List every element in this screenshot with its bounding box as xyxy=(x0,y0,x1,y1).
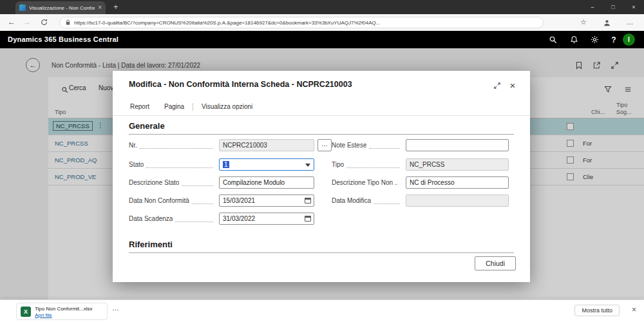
section-rule xyxy=(129,134,514,135)
new-tab-button[interactable]: + xyxy=(113,0,118,14)
window-maximize-button[interactable]: □ xyxy=(603,0,623,14)
search-icon[interactable] xyxy=(545,31,560,48)
download-bar: X Tipo Non Conformit...xlsx Apri file … … xyxy=(0,299,644,322)
resize-dialog-icon[interactable] xyxy=(491,80,503,91)
label-note-estese: Note Estese xyxy=(332,139,402,151)
menu-pagina[interactable]: Pagina xyxy=(164,103,184,110)
input-data-modifica[interactable] xyxy=(406,194,509,207)
label-data-non-conformita: Data Non Conformità xyxy=(129,194,216,207)
section-rule xyxy=(129,252,514,253)
label-data-scadenza: Data Scadenza xyxy=(129,213,216,225)
open-file-link[interactable]: Apri file xyxy=(35,312,52,318)
calendar-icon[interactable] xyxy=(305,198,311,204)
label-data-modifica: Data Modifica xyxy=(332,194,402,207)
label-stato: Stato xyxy=(129,158,216,171)
download-file-name: Tipo Non Conformit...xlsx xyxy=(35,306,93,312)
dropdown-chevron-icon[interactable] xyxy=(305,164,310,167)
input-data-non-conformita[interactable]: 15/03/2021 xyxy=(219,194,314,207)
site-favicon-icon xyxy=(19,5,26,11)
label-nr: Nr. xyxy=(129,139,216,151)
lock-icon xyxy=(65,17,71,28)
input-data-scadenza[interactable]: 31/03/2022 xyxy=(219,213,314,225)
tab-title: Visualizzazione - Non Conform... xyxy=(29,5,95,11)
download-item[interactable]: X Tipo Non Conformit...xlsx Apri file xyxy=(16,303,108,320)
browser-tab[interactable]: Visualizzazione - Non Conform... × xyxy=(15,1,106,14)
selected-text: 1 xyxy=(223,161,229,168)
menu-visualizza-opzioni[interactable]: Visualizza opzioni xyxy=(202,103,252,110)
window-close-button[interactable]: × xyxy=(623,0,644,14)
input-descrizione-tipo[interactable]: NC di Processo xyxy=(406,176,509,189)
d365-header: Dynamics 365 Business Central ? I xyxy=(0,31,644,48)
account-avatar[interactable]: I xyxy=(623,33,635,46)
menu-separator xyxy=(193,103,193,111)
tab-close-icon[interactable]: × xyxy=(98,5,102,11)
forward-icon[interactable]: → xyxy=(21,14,33,30)
label-tipo: Tipo xyxy=(332,158,402,171)
calendar-icon[interactable] xyxy=(305,216,311,222)
show-all-downloads-button[interactable]: Mostra tutto xyxy=(574,305,620,316)
label-descrizione-stato: Descrizione Stato xyxy=(129,176,216,189)
assist-button[interactable]: … xyxy=(317,139,332,151)
back-icon[interactable]: ← xyxy=(5,14,18,30)
settings-gear-icon[interactable] xyxy=(587,31,602,48)
browser-address-bar: ← → https://bc17-0-qualita/BC/?company=C… xyxy=(0,14,644,31)
close-dialog-button[interactable]: Chiudi xyxy=(475,256,516,270)
profile-icon[interactable] xyxy=(600,14,613,30)
label-descrizione-tipo: Descrizione Tipo Non ... xyxy=(332,176,402,189)
window-minimize-button[interactable]: – xyxy=(582,0,603,14)
window-controls: – □ × xyxy=(582,0,644,14)
input-note-estese[interactable] xyxy=(406,139,509,151)
download-bar-close-icon[interactable]: × xyxy=(632,305,636,314)
refresh-icon[interactable] xyxy=(37,14,50,30)
notifications-bell-icon[interactable] xyxy=(566,31,582,48)
input-tipo[interactable]: NC_PRCSS xyxy=(406,158,509,171)
input-stato[interactable]: 1 xyxy=(219,158,314,171)
download-item-menu-icon[interactable]: … xyxy=(112,304,119,312)
browser-tab-strip: Visualizzazione - Non Conform... × + – □… xyxy=(0,0,644,14)
section-generale[interactable]: Generale xyxy=(129,121,165,131)
input-descrizione-stato[interactable]: Compilazione Modulo xyxy=(219,176,314,189)
dialog-close-icon[interactable]: × xyxy=(507,80,518,91)
help-icon[interactable]: ? xyxy=(606,31,621,48)
dialog-title: Modifica - Non Conformità Interna Scheda… xyxy=(129,80,352,89)
url-text: https://bc17-0-qualita/BC/?company=CRONU… xyxy=(74,20,380,26)
excel-file-icon: X xyxy=(21,307,31,317)
section-riferimenti[interactable]: Riferimenti xyxy=(129,240,173,249)
favorites-star-icon[interactable]: ☆ xyxy=(577,14,590,30)
screen: Visualizzazione - Non Conform... × + – □… xyxy=(0,0,644,322)
browser-menu-icon[interactable]: … xyxy=(623,14,636,30)
edit-dialog: Modifica - Non Conformità Interna Scheda… xyxy=(113,71,530,282)
dialog-menubar: Report Pagina Visualizza opzioni xyxy=(113,99,530,116)
input-nr[interactable]: NCPRC210003 xyxy=(219,139,314,151)
app-title[interactable]: Dynamics 365 Business Central xyxy=(8,31,118,48)
menu-report[interactable]: Report xyxy=(130,103,149,110)
url-field[interactable]: https://bc17-0-qualita/BC/?company=CRONU… xyxy=(59,17,544,28)
